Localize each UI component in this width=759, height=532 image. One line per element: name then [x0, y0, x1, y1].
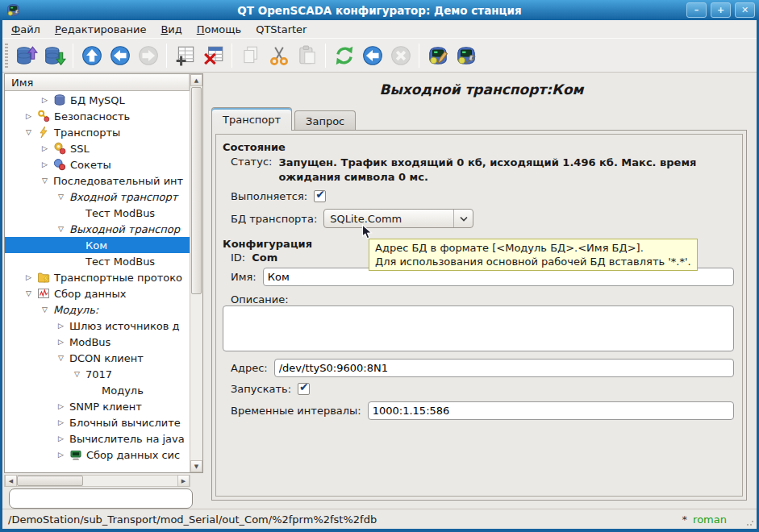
minimize-button[interactable]: – — [686, 2, 707, 18]
scroll-up-icon[interactable]: ▲ — [190, 74, 202, 86]
stop-button[interactable] — [386, 40, 415, 70]
menu-qtstarter[interactable]: QTStarter — [248, 22, 314, 37]
tree-item[interactable]: ▽Последовательный инт — [5, 172, 190, 189]
tree-item-label: Блочный вычислите — [69, 417, 181, 429]
go-forward-button[interactable] — [134, 40, 162, 70]
paste-item-button[interactable] — [293, 40, 321, 70]
vertical-scroll-thumb[interactable] — [191, 87, 202, 294]
expanded-arrow-icon[interactable]: ▽ — [26, 128, 37, 136]
scroll-right-icon[interactable]: ▶ — [177, 475, 190, 487]
selected-node-path: /DemoStation/sub_Transport/mod_Serial/ou… — [8, 513, 682, 526]
tree-item-label: SSL — [70, 143, 90, 155]
tree-item-label: Транспортные протоко — [54, 272, 182, 284]
chevron-down-icon[interactable] — [453, 210, 473, 227]
expanded-arrow-icon[interactable]: ▽ — [58, 193, 69, 201]
scroll-down-icon[interactable]: ▼ — [190, 460, 202, 472]
tree-item[interactable]: ▷Вычислитель на java — [5, 430, 190, 447]
tree-item[interactable]: ▷SSL — [5, 140, 190, 156]
tree-item[interactable]: ▷Транспортные протоко — [5, 269, 190, 285]
menu-редактирование[interactable]: Редактирование — [48, 22, 153, 37]
go-up-icon — [81, 44, 103, 67]
tree-item[interactable]: ▷SNMP клиент — [5, 398, 190, 414]
collapsed-arrow-icon[interactable]: ▷ — [58, 434, 69, 443]
tree-item-label: Входной транспорт — [69, 191, 177, 203]
tree-item[interactable]: Тест ModBus — [5, 205, 190, 221]
collapsed-arrow-icon[interactable]: ▷ — [58, 338, 69, 346]
expanded-arrow-icon[interactable]: ▽ — [26, 289, 37, 297]
go-up-button[interactable] — [77, 40, 106, 70]
tree-item[interactable]: ▷Блочный вычислите — [5, 414, 190, 430]
current-user: roman — [693, 513, 727, 526]
cut-item-button[interactable] — [265, 40, 293, 70]
tree-item[interactable]: ▽7017 — [5, 366, 190, 382]
tab-транспорт[interactable]: Транспорт — [211, 107, 292, 131]
collapsed-arrow-icon[interactable]: ▷ — [42, 144, 53, 152]
start-button[interactable] — [358, 40, 386, 70]
tree-item[interactable]: ▽DCON клиент — [5, 350, 190, 366]
save-to-db-button[interactable] — [40, 40, 69, 70]
tree-item[interactable]: ▷Сокеты — [5, 156, 190, 172]
tree-item[interactable]: ▽Выходной транспор — [5, 221, 190, 237]
description-textarea[interactable] — [223, 305, 734, 351]
load-from-db-button[interactable] — [12, 40, 40, 70]
tree-item[interactable]: ▽Входной транспорт — [5, 189, 190, 205]
tree-item-label: Сбор данных — [54, 288, 126, 300]
toolbar-handle[interactable] — [5, 44, 8, 68]
add-item-button[interactable] — [171, 40, 199, 70]
expanded-arrow-icon[interactable]: ▽ — [42, 305, 53, 314]
tree-vertical-scrollbar[interactable]: ▲ ▼ — [190, 74, 202, 472]
address-input[interactable] — [274, 359, 734, 377]
tree-item[interactable]: ▷Сбор данных сис — [5, 447, 190, 463]
delete-item-button[interactable] — [199, 40, 227, 70]
collapsed-arrow-icon[interactable]: ▷ — [42, 96, 53, 104]
collapsed-arrow-icon[interactable]: ▷ — [58, 402, 69, 410]
tree-item-label: Ком — [85, 239, 107, 251]
vision-button[interactable] — [452, 40, 480, 70]
maximize-button[interactable]: + — [711, 2, 731, 18]
refresh-button[interactable] — [330, 40, 358, 70]
configurator-button[interactable] — [423, 40, 452, 70]
collapsed-arrow-icon[interactable]: ▷ — [26, 112, 37, 120]
tree-item[interactable]: Модуль — [5, 382, 190, 398]
menu-вид[interactable]: Вид — [153, 22, 189, 37]
tree-item[interactable]: Ком — [5, 237, 190, 253]
horizontal-scroll-thumb[interactable] — [17, 476, 83, 486]
tree-item-label: Сбор данных сис — [86, 449, 180, 461]
menu-помощь[interactable]: Помощь — [190, 22, 248, 37]
collapsed-arrow-icon[interactable]: ▷ — [58, 451, 69, 459]
tab-запрос[interactable]: Запрос — [294, 110, 356, 131]
resize-grip[interactable] — [746, 518, 754, 526]
tree-horizontal-scrollbar[interactable]: ◀ ▶ — [4, 475, 190, 487]
intervals-input[interactable] — [368, 401, 734, 420]
transport-db-select[interactable]: SQLite.Comm — [323, 209, 473, 228]
expanded-arrow-icon[interactable]: ▽ — [74, 370, 85, 378]
toolbar-separator — [325, 44, 326, 68]
close-button[interactable]: ✕ — [735, 2, 755, 18]
tree-item[interactable]: ▷Шлюз источников д — [5, 318, 190, 334]
collapsed-arrow-icon[interactable]: ▷ — [58, 418, 69, 426]
expanded-arrow-icon[interactable]: ▽ — [42, 177, 53, 185]
tree-item[interactable]: ▷Безопасность — [5, 108, 190, 124]
transport-db-label: БД транспорта: — [231, 213, 317, 225]
running-checkbox[interactable] — [314, 190, 326, 202]
menu-файл[interactable]: Файл — [4, 22, 48, 37]
tree-header[interactable]: Имя — [5, 74, 190, 91]
collapsed-arrow-icon[interactable]: ▷ — [42, 160, 53, 168]
collapsed-arrow-icon[interactable]: ▷ — [58, 322, 69, 330]
scroll-left-icon[interactable]: ◀ — [5, 475, 17, 487]
tree-item[interactable]: ▽Транспорты — [5, 124, 190, 140]
collapsed-arrow-icon[interactable]: ▷ — [26, 273, 37, 281]
tree-search-input[interactable] — [9, 488, 193, 509]
tree-item[interactable]: ▽Модуль: — [5, 301, 190, 318]
expanded-arrow-icon[interactable]: ▽ — [58, 354, 69, 362]
name-label: Имя: — [231, 271, 256, 283]
tree-item[interactable]: Тест ModBus — [5, 253, 190, 269]
start-checkbox[interactable] — [298, 383, 310, 395]
tree-item[interactable]: ▷ModBus — [5, 334, 190, 350]
copy-item-button[interactable] — [236, 40, 265, 70]
tree-item-label: Тест ModBus — [85, 256, 155, 268]
go-back-button[interactable] — [106, 40, 134, 70]
tree-item[interactable]: ▽Сбор данных — [5, 285, 190, 301]
tree-item[interactable]: ▷БД MySQL — [5, 92, 190, 108]
expanded-arrow-icon[interactable]: ▽ — [58, 225, 69, 233]
